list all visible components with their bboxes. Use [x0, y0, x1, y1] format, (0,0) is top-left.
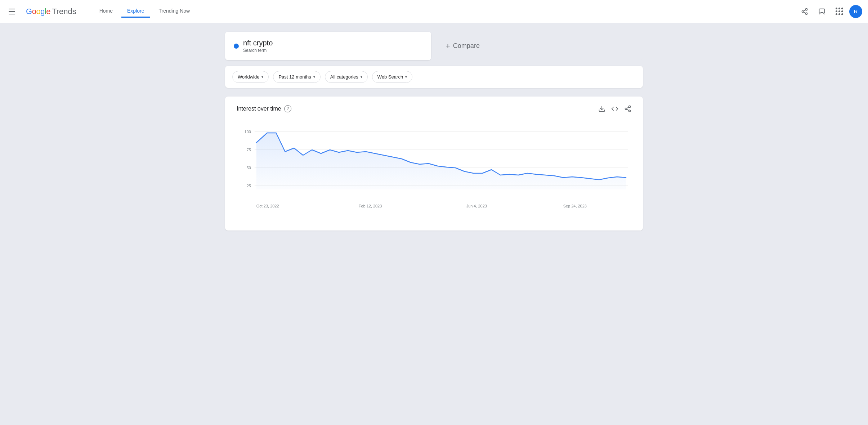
hamburger-icon — [9, 7, 17, 16]
embed-button[interactable] — [611, 105, 618, 112]
nav-explore[interactable]: Explore — [121, 5, 150, 18]
interest-chart: 100 75 50 25 Oct 23, 2022 Feb 12, 2023 J… — [237, 121, 631, 222]
search-type-filter[interactable]: Web Search ▾ — [372, 71, 412, 83]
time-chevron-icon: ▾ — [313, 75, 315, 79]
svg-text:50: 50 — [247, 166, 251, 170]
logo[interactable]: Google Trends — [26, 7, 76, 16]
svg-point-1 — [802, 10, 804, 12]
compare-plus-icon: + — [446, 41, 450, 51]
main-nav: Home Explore Trending Now — [94, 5, 196, 18]
search-section: nft crypto Search term + Compare — [218, 32, 650, 60]
svg-line-11 — [627, 107, 629, 108]
svg-text:25: 25 — [247, 184, 251, 188]
header: Google Trends Home Explore Trending Now — [0, 0, 868, 23]
svg-text:Sep 24, 2023: Sep 24, 2023 — [563, 204, 587, 208]
logo-trends-text: Trends — [52, 7, 76, 16]
help-icon[interactable]: ? — [284, 105, 291, 112]
feedback-button[interactable] — [815, 4, 829, 19]
embed-icon — [611, 105, 618, 112]
location-filter[interactable]: Worldwide ▾ — [232, 71, 269, 83]
chart-title: Interest over time — [237, 106, 281, 112]
chart-share-button[interactable] — [624, 105, 631, 112]
search-type-filter-label: Web Search — [377, 74, 403, 80]
svg-line-4 — [804, 10, 806, 11]
feedback-icon — [818, 8, 826, 15]
location-chevron-icon: ▾ — [261, 75, 263, 79]
header-right: R — [797, 4, 862, 19]
location-filter-label: Worldwide — [238, 74, 259, 80]
avatar[interactable]: R — [849, 5, 862, 18]
share-button[interactable] — [797, 4, 812, 19]
svg-point-8 — [625, 108, 627, 110]
chart-title-group: Interest over time ? — [237, 105, 291, 112]
svg-text:Oct 23, 2022: Oct 23, 2022 — [256, 204, 279, 208]
nav-trending[interactable]: Trending Now — [153, 5, 196, 18]
chart-container: 100 75 50 25 Oct 23, 2022 Feb 12, 2023 J… — [237, 121, 631, 222]
svg-point-7 — [629, 106, 631, 108]
svg-point-9 — [629, 110, 631, 112]
compare-button[interactable]: + Compare — [437, 32, 643, 60]
search-type-chevron-icon: ▾ — [405, 75, 407, 79]
nav-home[interactable]: Home — [94, 5, 118, 18]
svg-point-2 — [806, 13, 807, 14]
svg-line-3 — [804, 12, 806, 13]
apps-button[interactable] — [832, 4, 846, 19]
main-content: nft crypto Search term + Compare Worldwi… — [218, 23, 650, 239]
download-icon — [598, 105, 605, 112]
search-term-card: nft crypto Search term — [225, 32, 431, 60]
header-left: Google Trends Home Explore Trending Now — [6, 4, 797, 19]
category-filter[interactable]: All categories ▾ — [325, 71, 368, 83]
svg-point-0 — [806, 8, 807, 10]
chart-header: Interest over time ? — [237, 105, 631, 112]
term-info: nft crypto Search term — [243, 39, 273, 53]
term-dot — [234, 44, 239, 49]
category-filter-label: All categories — [330, 74, 358, 80]
chart-share-icon — [624, 105, 631, 112]
apps-grid-icon — [836, 8, 843, 15]
svg-text:Jun 4, 2023: Jun 4, 2023 — [466, 204, 487, 208]
category-chevron-icon: ▾ — [361, 75, 362, 79]
svg-text:75: 75 — [247, 148, 251, 152]
svg-text:100: 100 — [245, 130, 251, 134]
chart-actions — [598, 105, 631, 112]
svg-line-10 — [627, 109, 629, 110]
time-filter[interactable]: Past 12 months ▾ — [273, 71, 320, 83]
svg-text:Feb 12, 2023: Feb 12, 2023 — [359, 204, 382, 208]
svg-marker-24 — [256, 133, 626, 189]
hamburger-menu-button[interactable] — [6, 4, 20, 19]
download-button[interactable] — [598, 105, 605, 112]
share-icon — [801, 8, 808, 15]
term-type: Search term — [243, 48, 273, 53]
term-name: nft crypto — [243, 39, 273, 47]
chart-section: Interest over time ? — [225, 97, 643, 231]
logo-text: Google — [26, 7, 50, 16]
time-filter-label: Past 12 months — [278, 74, 311, 80]
compare-label: Compare — [453, 42, 480, 50]
filters-bar: Worldwide ▾ Past 12 months ▾ All categor… — [225, 66, 643, 88]
